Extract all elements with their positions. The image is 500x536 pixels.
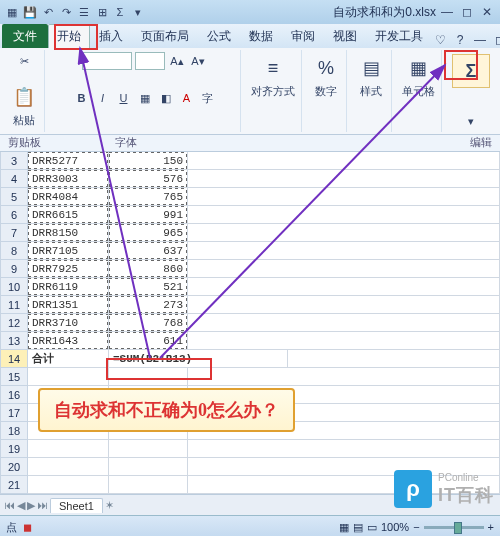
table-row[interactable]: 19 <box>0 440 500 458</box>
cell[interactable] <box>188 188 500 206</box>
row-header[interactable]: 20 <box>0 458 28 476</box>
view-break-icon[interactable]: ▭ <box>367 521 377 534</box>
row-header[interactable]: 15 <box>0 368 28 386</box>
row-header[interactable]: 7 <box>0 224 28 242</box>
qat-icon[interactable]: ⊞ <box>94 4 110 20</box>
cell[interactable] <box>109 440 188 458</box>
cell[interactable] <box>188 368 500 386</box>
fill-icon[interactable]: ▾ <box>462 112 480 130</box>
cell[interactable]: DRR4084 <box>28 188 109 206</box>
tab-data[interactable]: 数据 <box>240 24 282 48</box>
tab-file[interactable]: 文件 <box>2 24 48 48</box>
row-header[interactable]: 16 <box>0 386 28 404</box>
qat-icon[interactable]: ☰ <box>76 4 92 20</box>
cell[interactable]: DRR3003 <box>28 170 109 188</box>
cell[interactable] <box>109 368 188 386</box>
table-row[interactable]: 8DRR7105637 <box>0 242 500 260</box>
redo-icon[interactable]: ↷ <box>58 4 74 20</box>
table-row[interactable]: 10DRR6119521 <box>0 278 500 296</box>
cell-formula[interactable]: =SUM(B2:B13) <box>109 350 288 368</box>
row-header[interactable]: 13 <box>0 332 28 350</box>
cell[interactable] <box>28 476 109 494</box>
sheet-nav-next-icon[interactable]: ▶ <box>27 499 35 512</box>
table-row[interactable]: 7DRR8150965 <box>0 224 500 242</box>
tab-page-layout[interactable]: 页面布局 <box>132 24 198 48</box>
cell[interactable] <box>109 458 188 476</box>
grow-font-icon[interactable]: A▴ <box>168 52 186 70</box>
shrink-font-icon[interactable]: A▾ <box>189 52 207 70</box>
cell[interactable] <box>188 260 500 278</box>
cell[interactable]: 768 <box>109 314 188 332</box>
cell[interactable]: 991 <box>109 206 188 224</box>
table-row[interactable]: 5DRR4084765 <box>0 188 500 206</box>
cell[interactable]: 611 <box>109 332 188 350</box>
cell[interactable] <box>188 224 500 242</box>
heart-icon[interactable]: ♡ <box>432 32 448 48</box>
cell[interactable] <box>288 350 500 368</box>
cell[interactable]: 860 <box>109 260 188 278</box>
undo-icon[interactable]: ↶ <box>40 4 56 20</box>
cell[interactable] <box>28 368 109 386</box>
new-sheet-icon[interactable]: ✶ <box>105 499 114 512</box>
cell[interactable] <box>188 278 500 296</box>
cell[interactable]: 765 <box>109 188 188 206</box>
table-row[interactable]: 11DRR1351273 <box>0 296 500 314</box>
row-header[interactable]: 18 <box>0 422 28 440</box>
cell[interactable]: DRR6119 <box>28 278 109 296</box>
view-page-icon[interactable]: ▤ <box>353 521 363 534</box>
table-row[interactable]: 13DRR1643611 <box>0 332 500 350</box>
cell[interactable] <box>188 296 500 314</box>
italic-icon[interactable]: I <box>94 89 112 107</box>
cell[interactable] <box>188 206 500 224</box>
cell[interactable]: DRR6615 <box>28 206 109 224</box>
table-row[interactable]: 12DRR3710768 <box>0 314 500 332</box>
row-header[interactable]: 8 <box>0 242 28 260</box>
align-button[interactable]: ≡ 对齐方式 <box>249 52 297 101</box>
sheet-nav-last-icon[interactable]: ⏭ <box>37 499 48 511</box>
phonetic-icon[interactable]: 字 <box>199 89 217 107</box>
table-row[interactable]: 14合计=SUM(B2:B13) <box>0 350 500 368</box>
help-icon[interactable]: ? <box>452 32 468 48</box>
maximize-icon[interactable]: ◻ <box>458 4 476 20</box>
row-header[interactable]: 12 <box>0 314 28 332</box>
record-macro-icon[interactable]: ◼ <box>23 521 32 534</box>
qat-dropdown-icon[interactable]: ▾ <box>130 4 146 20</box>
cell[interactable]: 273 <box>109 296 188 314</box>
tab-view[interactable]: 视图 <box>324 24 366 48</box>
close-icon[interactable]: ✕ <box>478 4 496 20</box>
row-header[interactable]: 11 <box>0 296 28 314</box>
view-normal-icon[interactable]: ▦ <box>339 521 349 534</box>
cell[interactable] <box>188 152 500 170</box>
cells-button[interactable]: ▦ 单元格 <box>400 52 437 101</box>
table-row[interactable]: 15 <box>0 368 500 386</box>
cell[interactable] <box>188 332 500 350</box>
zoom-level[interactable]: 100% <box>381 521 409 533</box>
row-header[interactable]: 17 <box>0 404 28 422</box>
number-button[interactable]: % 数字 <box>310 52 342 101</box>
font-size-input[interactable] <box>135 52 165 70</box>
fill-color-icon[interactable]: ◧ <box>157 89 175 107</box>
sigma-icon[interactable]: Σ <box>112 4 128 20</box>
cell[interactable] <box>188 170 500 188</box>
zoom-out-icon[interactable]: − <box>413 521 419 533</box>
cell[interactable]: DRR8150 <box>28 224 109 242</box>
tab-insert[interactable]: 插入 <box>90 24 132 48</box>
row-header[interactable]: 10 <box>0 278 28 296</box>
restore-icon[interactable]: ◻ <box>492 32 500 48</box>
table-row[interactable]: 6DRR6615991 <box>0 206 500 224</box>
tab-formulas[interactable]: 公式 <box>198 24 240 48</box>
row-header[interactable]: 5 <box>0 188 28 206</box>
row-header[interactable]: 21 <box>0 476 28 494</box>
paste-button[interactable]: 📋 粘贴 <box>8 81 40 130</box>
cell[interactable]: DRR3710 <box>28 314 109 332</box>
cell[interactable]: DRR7925 <box>28 260 109 278</box>
row-header[interactable]: 14 <box>0 350 28 368</box>
row-header[interactable]: 19 <box>0 440 28 458</box>
cell[interactable] <box>188 242 500 260</box>
cell[interactable]: DRR1351 <box>28 296 109 314</box>
cell[interactable] <box>28 458 109 476</box>
sheet-nav-first-icon[interactable]: ⏮ <box>4 499 15 511</box>
cell[interactable]: 965 <box>109 224 188 242</box>
cell[interactable]: DRR1643 <box>28 332 109 350</box>
zoom-in-icon[interactable]: + <box>488 521 494 533</box>
